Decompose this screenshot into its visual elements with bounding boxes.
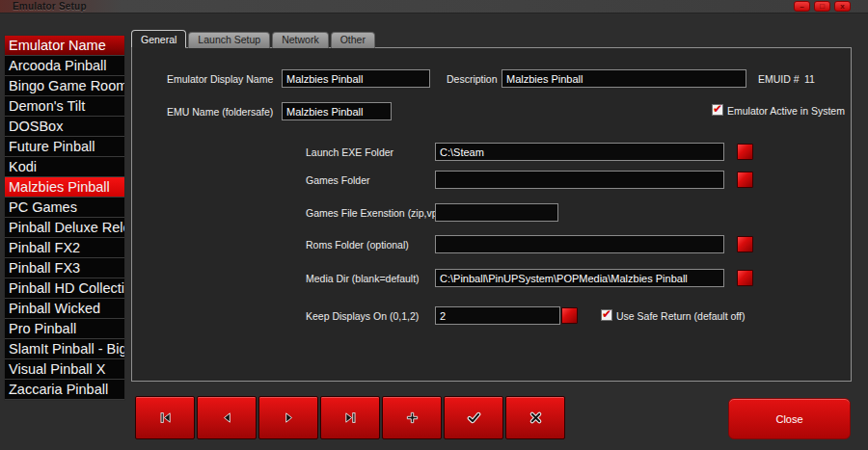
last-record-icon xyxy=(343,410,358,425)
media-dir-label: Media Dir (blank=default) xyxy=(306,273,420,284)
nav-prior-record-button[interactable] xyxy=(197,396,257,439)
list-item-pinball-wicked[interactable]: Pinball Wicked xyxy=(5,299,124,319)
roms-folder-input[interactable] xyxy=(435,235,724,253)
description-label: Description xyxy=(447,73,498,85)
emu-name-label: EMU Name (foldersafe) xyxy=(167,106,273,118)
list-item-slamit-pinball[interactable]: SlamIt Pinball - Big xyxy=(5,339,124,359)
tab-bar: General Launch Setup Network Other xyxy=(131,30,377,48)
nav-post-edit-button[interactable] xyxy=(444,396,503,439)
list-item-pinball-fx3[interactable]: Pinball FX3 xyxy=(5,258,124,278)
games-folder-browse-button[interactable] xyxy=(737,172,753,188)
checkmark-icon: ✔ xyxy=(713,102,722,116)
list-item-pinball-hd[interactable]: Pinball HD Collectio xyxy=(5,278,124,299)
insert-record-icon xyxy=(405,410,420,425)
media-dir-input[interactable] xyxy=(435,269,724,287)
maximize-button[interactable]: □ xyxy=(814,1,830,12)
list-item-bingo-game-room[interactable]: Bingo Game Room xyxy=(5,76,124,96)
list-item-dosbox[interactable]: DOSBox xyxy=(5,117,124,137)
emulator-active-label: Emulator Active in System xyxy=(727,105,845,117)
games-extension-label: Games File Exenstion (zip,vpx) xyxy=(306,207,446,219)
nav-first-record-button[interactable] xyxy=(135,396,195,439)
description-input[interactable] xyxy=(502,69,746,88)
launch-exe-label: Launch EXE Folder xyxy=(306,146,393,158)
post-edit-icon xyxy=(467,410,481,425)
list-item-malzbies-pinball-selected[interactable]: Malzbies Pinball xyxy=(5,177,124,198)
keep-displays-browse-button[interactable] xyxy=(561,307,578,324)
first-record-icon xyxy=(158,410,173,425)
general-tab-panel: Emulator Display Name Description EMUID … xyxy=(131,47,852,382)
prior-record-icon xyxy=(220,410,234,425)
roms-folder-browse-button[interactable] xyxy=(737,236,753,252)
display-name-input[interactable] xyxy=(282,69,430,88)
close-window-button[interactable]: x xyxy=(834,1,851,12)
close-button[interactable]: Close xyxy=(728,398,851,439)
safe-return-label: Use Safe Return (default off) xyxy=(616,310,745,322)
emu-name-input[interactable] xyxy=(282,102,392,120)
keep-displays-label: Keep Displays On (0,1,2) xyxy=(306,310,419,322)
keep-displays-input[interactable] xyxy=(435,306,560,325)
minimize-icon: – xyxy=(800,2,803,11)
minimize-button[interactable]: – xyxy=(794,1,810,12)
games-extension-input[interactable] xyxy=(435,203,558,222)
cancel-edit-icon xyxy=(529,410,543,425)
games-folder-input[interactable] xyxy=(435,171,724,189)
tab-other[interactable]: Other xyxy=(331,32,375,48)
list-item-pc-games[interactable]: PC Games xyxy=(5,198,124,218)
tab-launch-setup[interactable]: Launch Setup xyxy=(188,32,270,48)
window-controls: – □ x xyxy=(794,1,851,12)
list-item-future-pinball[interactable]: Future Pinball xyxy=(5,137,124,157)
list-item-pinball-fx2[interactable]: Pinball FX2 xyxy=(5,238,124,258)
nav-cancel-edit-button[interactable] xyxy=(505,396,565,439)
checkmark-icon: ✔ xyxy=(602,307,611,321)
record-navigator xyxy=(135,396,565,439)
emulator-list-header: Emulator Name xyxy=(5,36,124,56)
next-record-icon xyxy=(282,410,296,425)
window-title: Emulator Setup xyxy=(13,1,87,12)
list-item-zaccaria-pinball[interactable]: Zaccaria Pinball xyxy=(5,380,124,400)
nav-insert-record-button[interactable] xyxy=(382,396,442,439)
display-name-label: Emulator Display Name xyxy=(167,73,273,85)
media-dir-browse-button[interactable] xyxy=(737,270,753,286)
titlebar: Emulator Setup – □ x xyxy=(0,0,868,13)
nav-next-record-button[interactable] xyxy=(258,396,318,439)
list-item-kodi[interactable]: Kodi xyxy=(5,157,124,177)
games-folder-label: Games Folder xyxy=(306,174,370,186)
list-item-demons-tilt[interactable]: Demon's Tilt xyxy=(5,96,124,117)
nav-last-record-button[interactable] xyxy=(320,396,380,439)
maximize-icon: □ xyxy=(820,2,825,11)
launch-exe-input[interactable] xyxy=(435,143,724,161)
emuid-label: EMUID # xyxy=(758,73,800,85)
list-item-pro-pinball[interactable]: Pro Pinball xyxy=(5,319,124,339)
emulator-active-checkbox[interactable]: ✔ xyxy=(712,104,723,116)
tab-general[interactable]: General xyxy=(131,30,186,48)
safe-return-checkbox[interactable]: ✔ xyxy=(601,309,612,321)
emuid-value: 11 xyxy=(804,73,815,85)
tab-network[interactable]: Network xyxy=(272,32,329,48)
launch-exe-browse-button[interactable] xyxy=(737,144,753,160)
list-item-visual-pinball-x[interactable]: Visual Pinball X xyxy=(5,359,124,380)
list-item-pinball-deluxe[interactable]: Pinball Deluxe Relo xyxy=(5,218,124,238)
list-item-arcooda-pinball[interactable]: Arcooda Pinball xyxy=(5,56,124,76)
close-icon: x xyxy=(840,2,844,11)
emulator-list: Emulator Name Arcooda Pinball Bingo Game… xyxy=(4,35,125,401)
roms-folder-label: Roms Folder (optional) xyxy=(306,239,409,251)
emulator-setup-window: Emulator Setup – □ x Emulator Name Arcoo… xyxy=(0,0,868,450)
